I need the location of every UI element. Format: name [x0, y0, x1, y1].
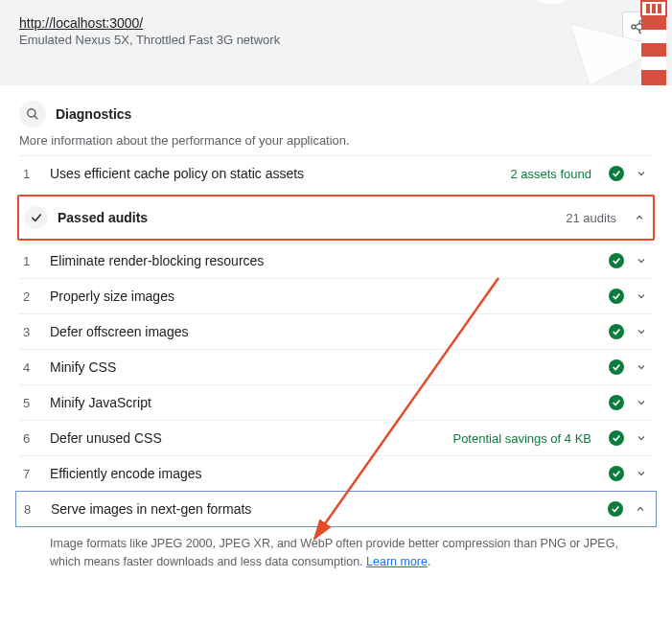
- audit-number: 1: [23, 167, 40, 181]
- audit-number: 6: [23, 431, 40, 446]
- diagnostics-header: Diagnostics: [19, 101, 653, 127]
- svg-line-18: [35, 116, 38, 120]
- passed-audit-item[interactable]: 2Properly size images: [19, 278, 653, 313]
- passed-audit-item[interactable]: 6Defer unused CSSPotential savings of 4 …: [19, 420, 653, 455]
- passed-audits-header[interactable]: Passed audits 21 audits: [17, 195, 655, 241]
- pass-icon: [609, 359, 624, 375]
- chevron-down-icon: [634, 361, 649, 373]
- audit-number: 4: [23, 360, 40, 375]
- svg-point-17: [28, 109, 35, 117]
- chevron-down-icon: [634, 255, 649, 266]
- pass-icon: [609, 253, 624, 268]
- svg-rect-14: [652, 4, 656, 13]
- pass-icon: [609, 466, 624, 481]
- audit-number: 8: [24, 502, 41, 517]
- pass-icon: [609, 166, 624, 181]
- passed-audit-item[interactable]: 8Serve images in next-gen formats: [15, 491, 657, 527]
- chevron-down-icon: [634, 468, 649, 479]
- audit-number: 3: [23, 325, 40, 339]
- svg-point-5: [538, 0, 570, 4]
- passed-audit-item[interactable]: 7Efficiently encode images: [19, 455, 653, 491]
- check-icon: [25, 206, 48, 229]
- lighthouse-illustration: [538, 0, 672, 85]
- audit-label: Defer offscreen images: [50, 324, 599, 339]
- audit-number: 1: [23, 254, 40, 268]
- audit-label: Efficiently encode images: [50, 466, 599, 481]
- passed-audit-item[interactable]: 4Minify CSS: [19, 349, 653, 384]
- audit-label: Minify JavaScript: [50, 395, 599, 410]
- pass-icon: [609, 324, 624, 339]
- pass-icon: [608, 501, 623, 517]
- audit-number: 5: [23, 396, 40, 410]
- passed-audits-title: Passed audits: [58, 210, 556, 225]
- svg-rect-11: [641, 57, 666, 70]
- diagnostics-title: Diagnostics: [56, 106, 131, 122]
- chevron-down-icon: [634, 326, 649, 337]
- passed-audit-item[interactable]: 5Minify JavaScript: [19, 384, 653, 420]
- pass-icon: [609, 430, 624, 446]
- chevron-down-icon: [634, 432, 649, 444]
- audit-label: Minify CSS: [50, 359, 599, 375]
- learn-more-link[interactable]: Learn more: [366, 555, 428, 568]
- chevron-down-icon: [634, 397, 649, 408]
- passed-audits-count: 21 audits: [566, 211, 616, 225]
- pass-icon: [609, 289, 624, 304]
- audit-label: Uses efficient cache policy on static as…: [50, 166, 500, 181]
- passed-audit-item[interactable]: 1Eliminate render-blocking resources: [19, 243, 653, 278]
- audit-detail-text: Image formats like JPEG 2000, JPEG XR, a…: [19, 527, 653, 579]
- audit-meta: Potential savings of 4 KB: [452, 431, 591, 446]
- audit-meta: 2 assets found: [510, 167, 591, 181]
- search-icon: [19, 101, 46, 127]
- passed-audit-item[interactable]: 3Defer offscreen images: [19, 313, 653, 349]
- pass-icon: [609, 395, 624, 410]
- chevron-down-icon: [634, 290, 649, 302]
- audit-number: 7: [23, 467, 40, 481]
- report-header: http://localhost:3000/ Emulated Nexus 5X…: [0, 0, 672, 85]
- chevron-up-icon: [633, 503, 648, 515]
- audit-label: Properly size images: [50, 289, 599, 304]
- svg-rect-10: [641, 30, 666, 43]
- svg-rect-15: [658, 4, 661, 13]
- svg-rect-9: [641, 16, 666, 85]
- svg-rect-13: [646, 4, 650, 13]
- svg-marker-16: [641, 0, 666, 1]
- audit-label: Defer unused CSS: [50, 430, 443, 446]
- diagnostics-description: More information about the performance o…: [19, 133, 653, 148]
- diagnostic-item[interactable]: 1 Uses efficient cache policy on static …: [19, 155, 653, 191]
- audit-label: Eliminate render-blocking resources: [50, 253, 599, 268]
- audit-label: Serve images in next-gen formats: [51, 501, 598, 517]
- chevron-up-icon: [632, 212, 647, 223]
- chevron-down-icon: [634, 168, 649, 179]
- audit-number: 2: [23, 289, 40, 304]
